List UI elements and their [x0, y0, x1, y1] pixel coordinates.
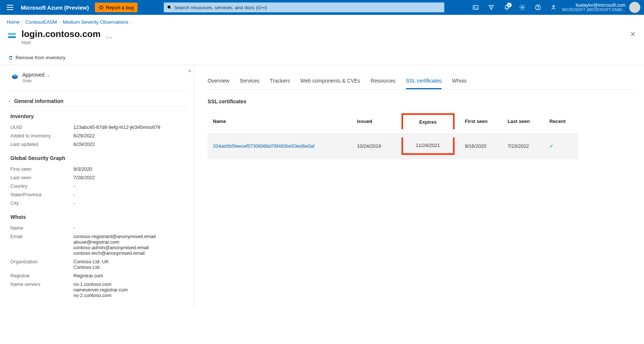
cloud-shell-icon[interactable]: [470, 2, 481, 13]
command-bar: Remove from inventory: [0, 50, 644, 65]
svg-point-4: [521, 7, 523, 9]
cert-name-cell[interactable]: 204ab5b5feecef57306968d76f493be53ed6e0af: [208, 133, 352, 159]
first-seen-value: 9/3/2020: [73, 166, 185, 172]
remove-from-inventory-button[interactable]: Remove from inventory: [7, 53, 67, 62]
page-header: login.contoso.com Host ⋯: [0, 29, 644, 50]
inventory-heading: Inventory: [10, 113, 185, 119]
col-name[interactable]: Name: [208, 110, 352, 133]
tab-strip: Overview Services Trackers Web component…: [208, 74, 634, 90]
feedback-icon[interactable]: [548, 2, 559, 13]
svg-point-0: [100, 6, 102, 9]
trash-icon: [8, 55, 13, 60]
top-bar: Microsoft Azure (Preview) Report a bug 1…: [0, 0, 644, 15]
account-menu[interactable]: lisataylor@microsoft.com MICROSOFT (MICR…: [562, 2, 640, 13]
cert-recent-cell: ✓: [544, 133, 578, 159]
updated-label: Last updated: [10, 141, 73, 147]
state-sublabel: State: [22, 79, 50, 83]
uuid-value: 123abc45-67d8-9efg-hi12-jkl345mno679: [73, 124, 185, 130]
cert-issued-cell: 10/24/2019: [352, 133, 396, 159]
added-label: Added to inventory: [10, 133, 73, 138]
last-seen-value: 7/28/2022: [73, 175, 185, 180]
search-input[interactable]: [174, 5, 441, 10]
chevron-down-icon: [7, 99, 12, 103]
help-icon[interactable]: [533, 2, 543, 13]
col-expires[interactable]: Expires: [396, 110, 460, 133]
whois-registrar-label: Registrar: [10, 273, 73, 278]
state-dropdown[interactable]: Approved ⌄ State: [7, 70, 188, 88]
svg-rect-9: [8, 36, 16, 38]
col-lastseen[interactable]: Last seen: [502, 110, 544, 133]
city-label: City: [10, 200, 73, 206]
page-title: login.contoso.com: [22, 29, 100, 39]
cert-expires-cell: 11/24/2021: [396, 133, 460, 159]
state-label: Approved: [22, 72, 44, 78]
bug-icon: [99, 5, 104, 10]
svg-point-7: [552, 6, 554, 7]
chevron-right-icon: ›: [131, 20, 132, 24]
stateprov-value: -: [73, 192, 185, 197]
report-bug-button[interactable]: Report a bug: [95, 3, 138, 12]
breadcrumb-home[interactable]: Home: [7, 19, 20, 25]
tab-sslcertificates[interactable]: SSL certificates: [406, 74, 442, 89]
collapse-panel-button[interactable]: «: [188, 68, 191, 73]
approved-state-icon: [11, 74, 19, 81]
whois-email-label: Email: [10, 234, 73, 256]
country-value: -: [73, 183, 185, 189]
uuid-label: UUID: [10, 124, 73, 130]
city-value: -: [73, 200, 185, 206]
whois-name-value: -: [73, 225, 185, 231]
tab-whois[interactable]: Whois: [452, 74, 466, 89]
chevron-right-icon: ›: [22, 20, 23, 24]
whois-heading: Whois: [10, 214, 185, 220]
settings-icon[interactable]: [517, 2, 528, 13]
report-bug-label: Report a bug: [106, 5, 134, 10]
gsg-heading: Global Security Graph: [10, 155, 185, 161]
updated-value: 6/29/2022: [73, 141, 185, 147]
col-recent[interactable]: Recent: [544, 110, 578, 133]
host-resource-icon: [7, 30, 17, 41]
notification-badge: 1: [507, 3, 512, 7]
close-blade-button[interactable]: [630, 31, 636, 38]
country-label: Country: [10, 183, 73, 189]
whois-email-values: contoso-registrant@anonymised.email abus…: [73, 234, 185, 256]
directory-filter-icon[interactable]: [486, 2, 496, 13]
side-panel: « Approved ⌄ State General information I…: [0, 65, 194, 308]
tab-webcomponents[interactable]: Web components & CVEs: [300, 74, 360, 89]
notifications-icon[interactable]: 1: [502, 2, 512, 13]
table-header-row: Name Issued Expires First seen Last seen…: [208, 110, 578, 133]
col-firstseen[interactable]: First seen: [460, 110, 502, 133]
whois-name-label: Name: [10, 225, 73, 231]
user-tenant: MICROSOFT (MICROSOFT.ONMI...: [562, 8, 625, 12]
tab-services[interactable]: Services: [240, 74, 260, 89]
tab-trackers[interactable]: Trackers: [270, 74, 290, 89]
tab-resources[interactable]: Resources: [371, 74, 396, 89]
global-search[interactable]: [164, 2, 445, 13]
whois-org-values: Contoso Ltd. UK Contoso Ltd.: [73, 259, 185, 270]
general-info-toggle[interactable]: General information: [7, 98, 188, 107]
cert-name-link[interactable]: 204ab5b5feecef57306968d76f493be53ed6e0af: [213, 143, 314, 149]
whois-registrar-value: Registrar.com: [73, 273, 185, 278]
added-value: 6/29/2022: [73, 133, 185, 138]
ssl-certificates-table: Name Issued Expires First seen Last seen…: [208, 110, 578, 159]
check-icon: ✓: [549, 143, 554, 149]
whois-org-label: Organization: [10, 259, 73, 270]
ssl-section-heading: SSL certificates: [208, 98, 634, 104]
hamburger-menu[interactable]: [7, 5, 13, 10]
svg-point-1: [168, 6, 170, 8]
breadcrumb-workspace[interactable]: ContosoEASM: [25, 19, 57, 25]
content-panel: Overview Services Trackers Web component…: [194, 65, 644, 308]
chevron-down-icon: ⌄: [47, 73, 50, 77]
brand-label[interactable]: Microsoft Azure (Preview): [21, 4, 89, 11]
breadcrumb: Home › ContosoEASM › Medium Severity Obs…: [0, 15, 644, 29]
cert-lastseen-cell: 7/23/2022: [502, 133, 544, 159]
svg-rect-3: [473, 6, 478, 10]
first-seen-label: First seen: [10, 166, 73, 172]
svg-line-2: [170, 8, 171, 9]
svg-rect-8: [8, 33, 16, 35]
tab-overview[interactable]: Overview: [208, 74, 229, 89]
breadcrumb-observations[interactable]: Medium Severity Observations: [63, 19, 128, 25]
more-actions-button[interactable]: ⋯: [106, 33, 113, 41]
table-row[interactable]: 204ab5b5feecef57306968d76f493be53ed6e0af…: [208, 133, 578, 159]
col-issued[interactable]: Issued: [352, 110, 396, 133]
general-info-title: General information: [14, 98, 63, 104]
